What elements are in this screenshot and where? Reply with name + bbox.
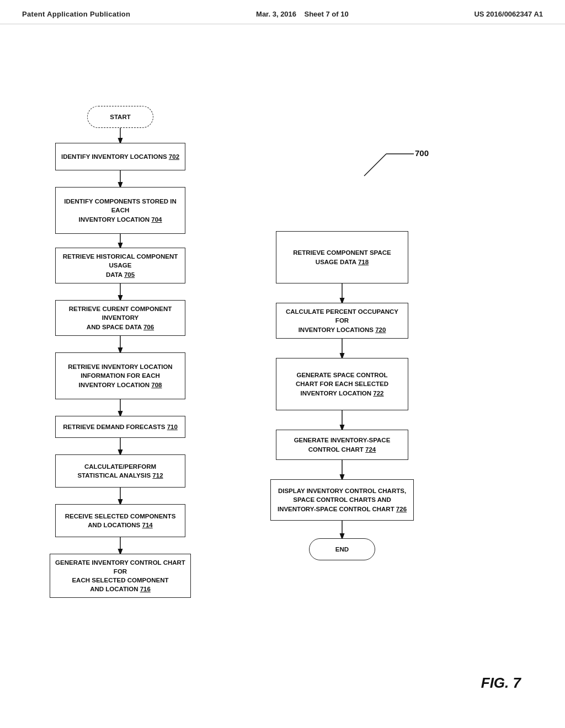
fig-label: FIG. 7	[481, 675, 521, 692]
node-702: IDENTIFY INVENTORY LOCATIONS 702	[55, 143, 185, 170]
node-716: GENERATE INVENTORY CONTROL CHART FOREACH…	[50, 554, 191, 598]
node-710: RETRIEVE DEMAND FORECASTS 710	[55, 416, 185, 438]
svg-line-14	[364, 154, 386, 176]
node-714: RECEIVE SELECTED COMPONENTSAND LOCATIONS…	[55, 504, 185, 537]
node-726: DISPLAY INVENTORY CONTROL CHARTS,SPACE C…	[270, 479, 414, 521]
header-patent-number: US 2016/0062347 A1	[474, 10, 543, 18]
node-704: IDENTIFY COMPONENTS STORED IN EACHINVENT…	[55, 187, 185, 234]
header-date-sheet: Mar. 3, 2016 Sheet 7 of 10	[256, 10, 349, 18]
node-712: CALCULATE/PERFORMSTATISTICAL ANALYSIS 71…	[55, 454, 185, 488]
node-718: RETRIEVE COMPONENT SPACEUSAGE DATA 718	[276, 231, 408, 283]
node-705: RETRIEVE HISTORICAL COMPONENT USAGEDATA …	[55, 248, 185, 283]
node-722: GENERATE SPACE CONTROLCHART FOR EACH SEL…	[276, 358, 408, 410]
node-720: CALCULATE PERCENT OCCUPANCY FORINVENTORY…	[276, 303, 408, 339]
flowchart-diagram: START IDENTIFY INVENTORY LOCATIONS 702 I…	[0, 24, 565, 708]
page-header: Patent Application Publication Mar. 3, 2…	[0, 0, 565, 24]
end-node: END	[309, 538, 375, 560]
node-708: RETRIEVE INVENTORY LOCATIONINFORMATION F…	[55, 352, 185, 399]
node-706: RETRIEVE CURENT COMPONENT INVENTORYAND S…	[55, 300, 185, 336]
header-publication: Patent Application Publication	[22, 10, 130, 18]
node-724: GENERATE INVENTORY-SPACECONTROL CHART 72…	[276, 430, 408, 460]
start-node: START	[87, 106, 153, 128]
ref-700: 700	[415, 148, 429, 158]
